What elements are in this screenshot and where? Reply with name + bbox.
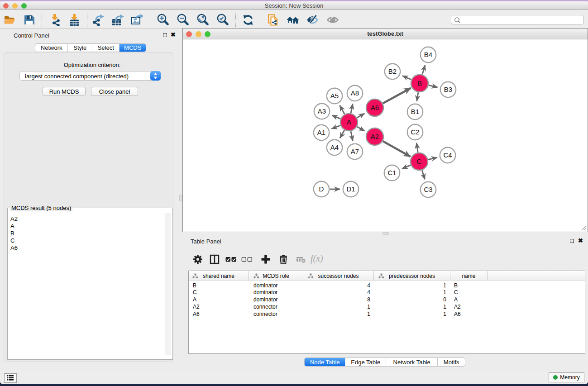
- svg-text:D1: D1: [346, 185, 355, 193]
- svg-text:B3: B3: [444, 86, 452, 93]
- svg-text:B2: B2: [388, 67, 397, 75]
- svg-text:A4: A4: [330, 143, 339, 151]
- svg-text:C4: C4: [443, 151, 452, 159]
- svg-text:C: C: [417, 157, 422, 165]
- svg-text:B4: B4: [424, 51, 432, 58]
- svg-text:A7: A7: [351, 148, 359, 155]
- svg-text:A2: A2: [371, 133, 379, 140]
- svg-text:A8: A8: [351, 89, 359, 97]
- svg-text:A6: A6: [371, 104, 379, 111]
- svg-text:B1: B1: [411, 108, 419, 115]
- svg-text:C2: C2: [411, 128, 419, 136]
- svg-text:B: B: [417, 79, 422, 87]
- svg-text:A1: A1: [317, 129, 325, 136]
- svg-text:C1: C1: [387, 169, 396, 176]
- svg-text:A: A: [347, 118, 351, 126]
- svg-text:C3: C3: [424, 186, 432, 193]
- svg-text:A3: A3: [318, 107, 326, 115]
- svg-text:D: D: [319, 185, 324, 193]
- svg-text:A5: A5: [330, 92, 339, 100]
